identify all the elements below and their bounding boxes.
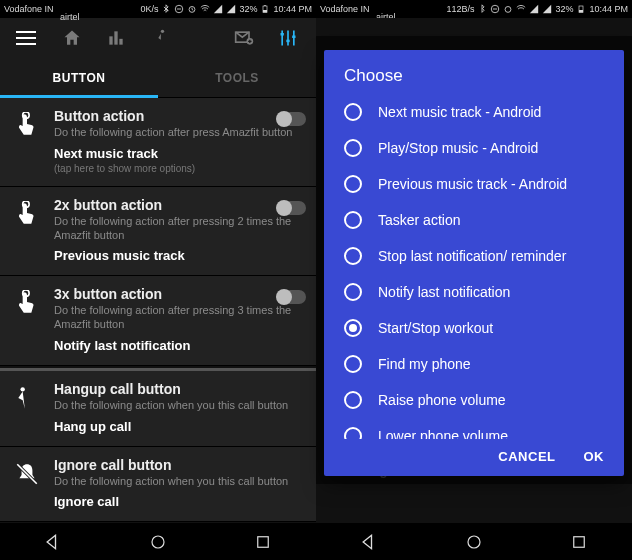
dialog-option[interactable]: Tasker action xyxy=(334,202,614,238)
svg-rect-12 xyxy=(281,33,284,36)
battery-pct: 32% xyxy=(555,4,573,14)
dialog-option[interactable]: Previous music track - Android xyxy=(334,166,614,202)
dialog-option[interactable]: Next music track - Android xyxy=(334,94,614,130)
signal-1-icon xyxy=(529,4,539,14)
home-button[interactable] xyxy=(50,18,94,58)
app-toolbar xyxy=(0,18,316,58)
dialog-option-list[interactable]: Next music track - AndroidPlay/Stop musi… xyxy=(324,94,624,439)
carrier-2: airtel xyxy=(60,12,80,22)
sliders-icon xyxy=(278,28,298,48)
card-hangup[interactable]: Hangup call button Do the following acti… xyxy=(0,371,316,447)
status-bar: Vodafone IN airtel 112B/s 32% 10:44 PM xyxy=(316,0,632,18)
radio-icon xyxy=(344,319,362,337)
home-icon xyxy=(62,28,82,48)
svg-rect-4 xyxy=(263,10,267,12)
signal-2-icon xyxy=(226,4,236,14)
carrier-1: Vodafone IN xyxy=(4,4,54,14)
nav-recent[interactable] xyxy=(233,523,293,561)
stats-button[interactable] xyxy=(94,18,138,58)
dialog-option-label: Find my phone xyxy=(378,356,604,373)
card-ignore[interactable]: Ignore call button Do the following acti… xyxy=(0,447,316,523)
dialog-option[interactable]: Start/Stop workout xyxy=(334,310,614,346)
dialog-ok-button[interactable]: OK xyxy=(584,449,605,464)
svg-point-18 xyxy=(21,387,25,391)
dialog-option[interactable]: Lower phone volume xyxy=(334,418,614,439)
tap-icon xyxy=(12,286,42,353)
toggle-switch[interactable] xyxy=(278,201,306,215)
card-value: Hang up call xyxy=(54,419,304,434)
dialog-option[interactable]: Stop last notification/ reminder xyxy=(334,238,614,274)
svg-rect-8 xyxy=(119,39,122,45)
android-nav-bar xyxy=(0,522,316,560)
svg-rect-6 xyxy=(109,36,112,44)
settings-button[interactable] xyxy=(266,18,310,58)
svg-point-26 xyxy=(468,536,480,548)
dialog-option[interactable]: Notify last notification xyxy=(334,274,614,310)
choose-dialog: Choose Next music track - AndroidPlay/St… xyxy=(324,50,624,476)
battery-pct: 32% xyxy=(239,4,257,14)
signal-2-icon xyxy=(542,4,552,14)
svg-rect-25 xyxy=(579,10,583,12)
dialog-cancel-button[interactable]: CANCEL xyxy=(498,449,555,464)
dialog-option[interactable]: Find my phone xyxy=(334,346,614,382)
nav-home[interactable] xyxy=(128,523,188,561)
svg-rect-13 xyxy=(286,40,289,43)
dialog-option[interactable]: Raise phone volume xyxy=(334,382,614,418)
tab-tools[interactable]: TOOLS xyxy=(158,58,316,97)
square-icon xyxy=(254,533,272,551)
radio-icon xyxy=(344,247,362,265)
clock: 10:44 PM xyxy=(589,4,628,14)
card-title: Button action xyxy=(54,108,304,124)
square-icon xyxy=(570,533,588,551)
toggle-switch[interactable] xyxy=(278,290,306,304)
mail-button[interactable] xyxy=(222,18,266,58)
svg-rect-27 xyxy=(574,536,585,547)
dialog-option-label: Previous music track - Android xyxy=(378,176,604,193)
hamburger-icon xyxy=(16,31,40,45)
running-icon xyxy=(150,28,170,48)
dialog-option-label: Start/Stop workout xyxy=(378,320,604,337)
mail-plus-icon xyxy=(234,28,254,48)
activity-button[interactable] xyxy=(138,18,182,58)
circle-icon xyxy=(149,533,167,551)
card-2x-action[interactable]: 2x button action Do the following action… xyxy=(0,187,316,277)
battery-icon xyxy=(260,4,270,14)
bluetooth-icon xyxy=(477,4,487,14)
nav-back[interactable] xyxy=(23,523,83,561)
card-desc: Do the following action after press Amaz… xyxy=(54,126,304,140)
bar-chart-icon xyxy=(106,28,126,48)
tab-button[interactable]: BUTTON xyxy=(0,58,158,97)
dnd-icon xyxy=(490,4,500,14)
nav-back[interactable] xyxy=(339,523,399,561)
card-desc: Do the following action when you this ca… xyxy=(54,399,304,413)
card-desc: Do the following action after pressing 3… xyxy=(54,304,304,332)
dialog-option-label: Next music track - Android xyxy=(378,104,604,121)
card-value: Ignore call xyxy=(54,494,304,509)
bell-off-icon xyxy=(12,457,42,510)
toggle-switch[interactable] xyxy=(278,112,306,126)
card-3x-action[interactable]: 3x button action Do the following action… xyxy=(0,276,316,366)
radio-icon xyxy=(344,103,362,121)
tab-tools-label: TOOLS xyxy=(215,71,259,85)
karate-icon xyxy=(12,381,42,434)
menu-button[interactable] xyxy=(6,18,50,58)
back-icon xyxy=(43,532,63,552)
tap-icon xyxy=(12,197,42,264)
card-desc: Do the following action when you this ca… xyxy=(54,475,304,489)
nav-home[interactable] xyxy=(444,523,504,561)
nav-recent[interactable] xyxy=(549,523,609,561)
settings-list[interactable]: Button action Do the following action af… xyxy=(0,98,316,522)
dialog-option-label: Notify last notification xyxy=(378,284,604,301)
signal-1-icon xyxy=(213,4,223,14)
radio-icon xyxy=(344,139,362,157)
dialog-option-label: Stop last notification/ reminder xyxy=(378,248,604,265)
wifi-icon xyxy=(516,4,526,14)
svg-point-23 xyxy=(506,7,512,13)
tab-button-label: BUTTON xyxy=(53,71,106,85)
card-value: Previous music track xyxy=(54,248,304,263)
card-hint: (tap here to show more options) xyxy=(54,163,304,174)
card-button-action[interactable]: Button action Do the following action af… xyxy=(0,98,316,187)
dialog-option[interactable]: Play/Stop music - Android xyxy=(334,130,614,166)
dialog-backdrop[interactable]: Choose Next music track - AndroidPlay/St… xyxy=(316,36,632,484)
dialog-option-label: Play/Stop music - Android xyxy=(378,140,604,157)
